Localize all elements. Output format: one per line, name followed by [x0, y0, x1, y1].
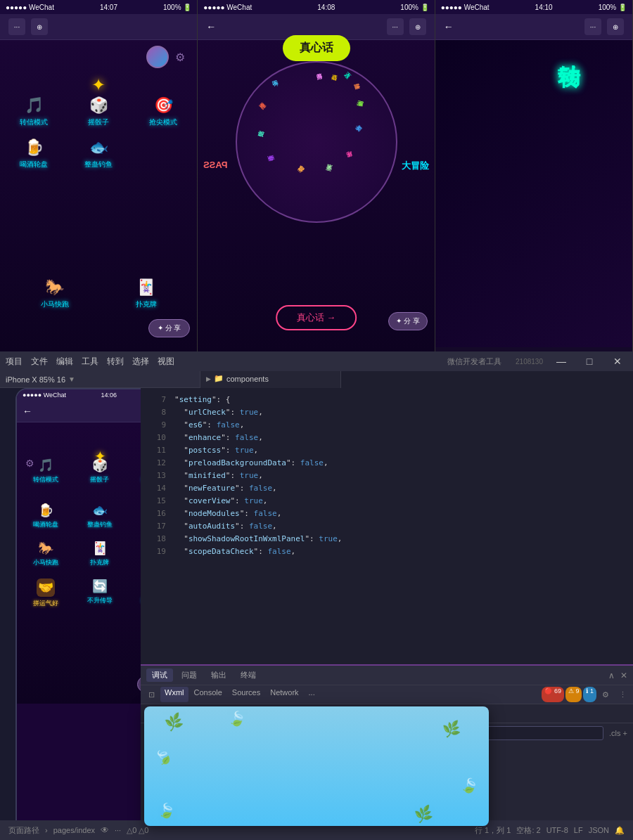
phone2-wheel[interactable]: 有问必答 真心话 万人迷 抽张牌 随意喝 喝半杯 现人千杯 米骑宝丁 感恩惊喜 … [236, 61, 397, 223]
breadcrumb-label: 页面路径 [8, 825, 39, 836]
page-more-icon[interactable]: ··· [115, 826, 121, 834]
mini-menu-item-5[interactable]: 🐎 小马快跑 [25, 541, 67, 567]
menu-item-edit[interactable]: 编辑 [56, 356, 73, 368]
menu-item-file[interactable]: 文件 [31, 356, 48, 368]
code-line-19: 19 "scopeDataCheck": false, [141, 545, 633, 558]
line-code-17: "autoAudits": false, [174, 520, 277, 533]
phone1-menu-item-3[interactable]: 🍺 喝酒轮盘 [7, 138, 60, 169]
device-selector[interactable]: iPhone X 85% 16 ▼ [0, 371, 200, 388]
devtools-tab-output-label: 输出 [211, 671, 226, 679]
devtools-chevron-up-icon[interactable]: ∧ [608, 671, 615, 680]
mini-back-btn[interactable]: ← [23, 406, 32, 417]
devtools-header-icons: ∧ ✕ [608, 671, 627, 680]
phone1-qr-btn[interactable]: ⊕ [31, 18, 48, 35]
minimize-button[interactable]: — [551, 351, 571, 371]
devtools-sources-tab[interactable]: Sources [228, 687, 264, 702]
phone2-spinner-label: 真心话 [283, 35, 350, 61]
devtools-tab-terminal[interactable]: 终端 [235, 668, 262, 682]
phone1-menu-item-2[interactable]: 🎯 抢尖模式 [136, 96, 190, 127]
mini-menu-icon-4: 🐟 [92, 503, 108, 518]
devtools-console-tab[interactable]: Console [190, 687, 226, 702]
phone3-menu-btn[interactable]: ··· [584, 18, 601, 35]
phone2-time: 14:08 [317, 4, 335, 11]
mini-menu-label-special: 拼运气好 [33, 599, 58, 608]
line-num-11: 11 [146, 444, 166, 457]
tree-item-components[interactable]: ▶ 📁 components [200, 371, 340, 386]
phone1-settings-icon[interactable]: ⚙ [170, 47, 190, 67]
code-content-area: 7 "setting": { 8 "urlCheck": true, 9 "es… [141, 388, 633, 564]
phone1-share-button[interactable]: ✦ 分 享 [148, 319, 191, 337]
line-num-18: 18 [146, 533, 166, 545]
devtools-header: 调试 问题 输出 终端 ∧ ✕ [141, 666, 633, 685]
devtools-network-tab[interactable]: Network [266, 687, 302, 702]
line-code-13: "minified": true, [174, 470, 263, 482]
mini-menu-item-special[interactable]: 🤝 拼运气好 [25, 579, 67, 608]
phone3-back-btn[interactable]: ← [444, 21, 454, 32]
phone1-menu-label-4: 整蛊钓鱼 [84, 160, 113, 169]
phone2-bottom-btn[interactable]: 真心话 → [276, 305, 357, 330]
devtools-top-tabs: 调试 问题 输出 终端 [146, 668, 262, 682]
phone2-share-button[interactable]: ✦ 分 享 [388, 312, 428, 330]
mini-menu-item-3[interactable]: 🍺 喝酒轮盘 [25, 503, 67, 529]
devtools-tab-debug[interactable]: 调试 [146, 668, 173, 682]
wheel-item-4: 随意喝 [366, 101, 369, 109]
code-editor[interactable]: 7 "setting": { 8 "urlCheck": true, 9 "es… [141, 388, 633, 664]
line-num-10: 10 [146, 432, 166, 444]
phone2-qr-btn[interactable]: ⊕ [409, 18, 426, 35]
bottom-status-right: 行 1，列 1 空格: 2 UTF-8 LF JSON 🔔 [475, 825, 625, 836]
phone2-menu-btn[interactable]: ··· [387, 18, 404, 35]
phone2-spinner-area: 有问必答 真心话 万人迷 抽张牌 随意喝 喝半杯 现人千杯 米骑宝丁 感恩惊喜 … [198, 40, 434, 265]
menu-item-select[interactable]: 选择 [132, 356, 149, 368]
phone1-content: ●●●●● WeChat 14:07 100% 🔋 ··· ⊕ ⚙ ✦ [0, 0, 197, 351]
phone1-menu-btn[interactable]: ··· [8, 18, 25, 35]
devtools-tab-problems-label: 问题 [181, 671, 197, 679]
phone1-bottom-icon-1: 🃏 [136, 278, 155, 297]
phone1-menu-item-1[interactable]: 🎲 摇骰子 [72, 96, 125, 127]
line-ending-label: LF [574, 826, 583, 834]
phone1-avatar[interactable] [146, 46, 169, 68]
cls-badge[interactable]: .cls + [609, 729, 627, 737]
bell-icon: 🔔 [615, 826, 625, 835]
mini-menu-label-6: 扑克牌 [90, 558, 109, 567]
leaf-icon-3: 🍃 [459, 775, 480, 796]
phone2-back-btn[interactable]: ← [206, 21, 216, 32]
maximize-button[interactable]: □ [580, 351, 599, 371]
leaf-icon-1: 🍃 [227, 709, 248, 728]
phone2-toolbar-icons: ··· ⊕ [387, 18, 426, 35]
phone3-qr-btn[interactable]: ⊕ [607, 18, 624, 35]
components-expand-icon: ▶ [206, 375, 211, 382]
phone1-menu-item-0[interactable]: 🎵 转信模式 [7, 96, 60, 127]
menu-item-goto[interactable]: 转到 [107, 356, 124, 368]
wheel-item-8: 感恩惊喜 [293, 172, 299, 178]
phone1-share-label: ✦ 分 享 [158, 323, 181, 333]
page-path-label[interactable]: pages/index [53, 826, 95, 834]
devtools-wxml-tab-label: Wxml [165, 688, 184, 697]
devtools-settings-icon[interactable]: ⚙ [598, 687, 613, 702]
devtools-tab-problems[interactable]: 问题 [176, 668, 203, 682]
phone1-menu-item-4[interactable]: 🐟 整蛊钓鱼 [72, 138, 125, 169]
line-num-12: 12 [146, 457, 166, 470]
mini-menu-item-4[interactable]: 🐟 整蛊钓鱼 [79, 503, 121, 529]
devtools-wxml-tab[interactable]: Wxml [160, 687, 188, 702]
leaf-icon-4: 🍃 [158, 801, 177, 820]
line-code-7: "setting": { [174, 394, 230, 406]
phone1-carrier: ●●●●● WeChat [6, 4, 54, 11]
devtools-tab-output[interactable]: 输出 [205, 668, 232, 682]
devtools-more-icon[interactable]: ⋮ [615, 687, 630, 702]
mini-settings-icon[interactable]: ⚙ [25, 458, 34, 469]
mini-menu-item-8[interactable]: 🔄 不升传导 [79, 579, 121, 608]
menu-item-project[interactable]: 项目 [6, 356, 23, 368]
mini-status-time: 14:06 [101, 392, 117, 399]
devtools-more-tab[interactable]: ... [305, 687, 319, 702]
devtools-close-icon[interactable]: ✕ [620, 671, 627, 680]
phone-panel-2: ●●●●● WeChat 14:08 100% 🔋 ← ··· ⊕ 真心话 有问… [198, 0, 435, 351]
phone1-bottom-item-1[interactable]: 🃏 扑克牌 [136, 278, 157, 309]
close-button[interactable]: ✕ [608, 351, 627, 371]
mini-menu-item-6[interactable]: 🃏 扑克牌 [79, 541, 121, 567]
mini-menu-icon-5: 🐎 [38, 541, 53, 556]
phone1-bottom-item-0[interactable]: 🐎 小马快跑 [41, 278, 69, 309]
menu-item-tools[interactable]: 工具 [82, 356, 98, 368]
menu-item-view[interactable]: 视图 [158, 356, 174, 368]
phone1-bottom-label-1: 扑克牌 [136, 299, 157, 309]
devtools-selector-icon[interactable]: ⊡ [143, 687, 159, 702]
